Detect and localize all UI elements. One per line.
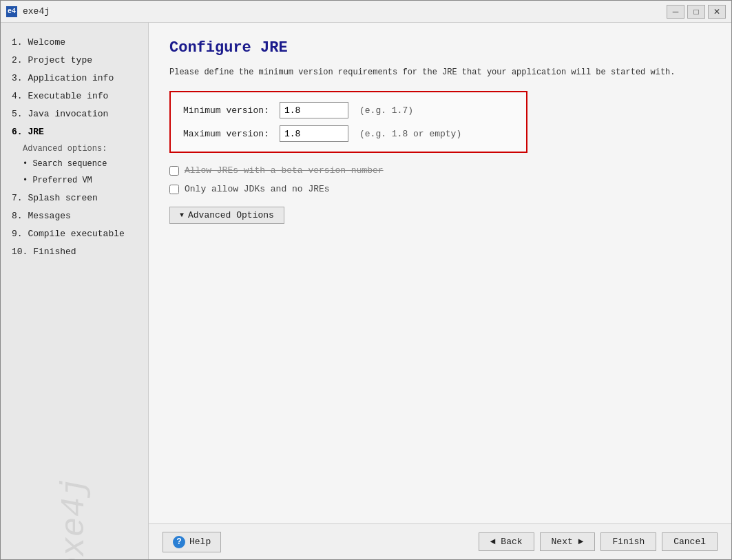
jdk-checkbox[interactable]: [169, 185, 179, 194]
help-button[interactable]: ? Help: [163, 532, 221, 552]
window-controls: ─ □ ✕: [667, 5, 726, 19]
sidebar-item-compile[interactable]: 9. Compile executable: [9, 225, 140, 243]
bottom-bar: ? Help ◄ Back Next ► Finish Cancel: [149, 523, 731, 559]
close-button[interactable]: ✕: [708, 5, 726, 19]
beta-checkbox[interactable]: [169, 166, 179, 176]
sidebar-item-project-type[interactable]: 2. Project type: [9, 52, 140, 70]
finish-button[interactable]: Finish: [600, 532, 656, 551]
sidebar-item-messages[interactable]: 8. Messages: [9, 207, 140, 225]
back-button[interactable]: ◄ Back: [479, 532, 534, 551]
min-version-input[interactable]: [280, 102, 348, 118]
sidebar: 1. Welcome 2. Project type 3. Applicatio…: [1, 23, 149, 559]
sidebar-item-finished[interactable]: 10. Finished: [9, 243, 140, 261]
beta-checkbox-label: Allow JREs with a beta version number: [185, 165, 384, 176]
jdk-checkbox-row: Only allow JDKs and no JREs: [169, 184, 711, 194]
help-label: Help: [189, 537, 211, 547]
help-icon: ?: [173, 536, 185, 548]
app-icon: e4: [6, 6, 17, 17]
min-version-row: Minimum version: (e.g. 1.7): [183, 102, 514, 118]
jdk-checkbox-label: Only allow JDKs and no JREs: [185, 184, 330, 194]
content-panel: Configure JRE Please define the minimum …: [149, 23, 731, 559]
page-title: Configure JRE: [169, 39, 711, 56]
sidebar-watermark: exe4j: [56, 477, 93, 559]
next-button[interactable]: Next ►: [540, 532, 596, 551]
advanced-options-arrow: ▼: [180, 211, 184, 219]
min-version-label: Minimum version:: [183, 105, 280, 116]
sidebar-item-splash[interactable]: 7. Splash screen: [9, 189, 140, 207]
min-version-hint: (e.g. 1.7): [359, 105, 413, 116]
window-title: exe4j: [23, 6, 667, 17]
max-version-hint: (e.g. 1.8 or empty): [359, 129, 461, 139]
panel-body: Configure JRE Please define the minimum …: [149, 23, 731, 523]
cancel-button[interactable]: Cancel: [662, 532, 718, 551]
page-description: Please define the minimum version requir…: [169, 66, 711, 79]
sidebar-adv-options-label: Advanced options:: [9, 142, 140, 156]
beta-checkbox-row: Allow JREs with a beta version number: [169, 165, 711, 176]
main-window: e4 exe4j ─ □ ✕ 1. Welcome 2. Project typ…: [0, 0, 732, 560]
max-version-input[interactable]: [280, 125, 348, 142]
sidebar-item-java-invoc[interactable]: 5. Java invocation: [9, 105, 140, 123]
sidebar-item-welcome[interactable]: 1. Welcome: [9, 34, 140, 52]
main-content: 1. Welcome 2. Project type 3. Applicatio…: [1, 23, 731, 559]
maximize-button[interactable]: □: [687, 5, 705, 19]
max-version-label: Maximum version:: [183, 129, 280, 139]
version-box: Minimum version: (e.g. 1.7) Maximum vers…: [169, 91, 527, 153]
bottom-right: ◄ Back Next ► Finish Cancel: [479, 532, 718, 551]
titlebar: e4 exe4j ─ □ ✕: [1, 1, 731, 23]
advanced-options-label: Advanced Options: [188, 210, 274, 220]
sidebar-item-jre[interactable]: 6. JRE: [9, 123, 140, 141]
sidebar-item-exec-info[interactable]: 4. Executable info: [9, 87, 140, 105]
bottom-left: ? Help: [163, 532, 221, 552]
advanced-options-button[interactable]: ▼ Advanced Options: [169, 207, 284, 224]
minimize-button[interactable]: ─: [667, 5, 684, 19]
sidebar-item-preferred-vm[interactable]: • Preferred VM: [9, 172, 140, 189]
max-version-row: Maximum version: (e.g. 1.8 or empty): [183, 125, 514, 142]
sidebar-item-app-info[interactable]: 3. Application info: [9, 70, 140, 87]
sidebar-item-search-seq[interactable]: • Search sequence: [9, 156, 140, 172]
